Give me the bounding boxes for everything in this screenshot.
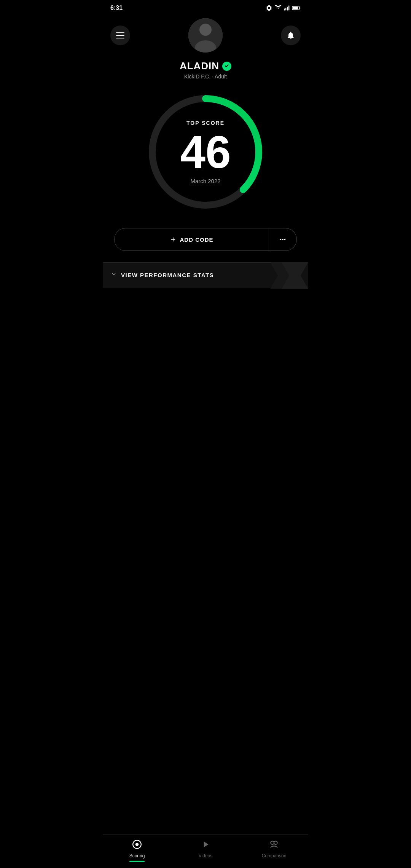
score-date: March 2022 xyxy=(180,178,231,184)
verified-badge xyxy=(222,62,231,71)
status-time: 6:31 xyxy=(110,5,123,11)
settings-icon xyxy=(266,5,272,11)
svg-rect-0 xyxy=(284,9,285,11)
plus-icon xyxy=(170,236,177,243)
comparison-icon-svg xyxy=(269,839,279,849)
svg-rect-2 xyxy=(287,7,288,11)
score-number: 46 xyxy=(180,129,231,175)
signal-icon xyxy=(284,5,290,11)
score-circle: TOP SCORE 46 March 2022 xyxy=(145,91,266,213)
svg-rect-5 xyxy=(293,7,298,10)
more-dots-icon xyxy=(279,235,287,244)
performance-section[interactable]: VIEW PERFORMANCE STATS xyxy=(103,262,308,288)
menu-button[interactable] xyxy=(110,26,130,45)
svg-rect-3 xyxy=(288,6,289,11)
add-code-button[interactable]: ADD CODE xyxy=(114,228,269,251)
svg-point-13 xyxy=(135,843,139,846)
svg-point-8 xyxy=(199,24,212,36)
header xyxy=(103,14,308,56)
score-section: TOP SCORE 46 March 2022 xyxy=(103,83,308,220)
username-row: ALADIN xyxy=(180,60,231,72)
scoring-icon xyxy=(132,839,142,852)
svg-rect-6 xyxy=(299,7,300,9)
chevron-down-icon xyxy=(110,271,117,279)
top-score-label: TOP SCORE xyxy=(180,120,231,126)
svg-marker-10 xyxy=(270,262,308,289)
nav-scoring-label: Scoring xyxy=(129,853,145,858)
arrow-decoration xyxy=(263,262,308,289)
verified-check-icon xyxy=(224,64,229,69)
avatar-image xyxy=(188,18,223,53)
score-content: TOP SCORE 46 March 2022 xyxy=(180,120,231,184)
username: ALADIN xyxy=(180,60,219,72)
more-button[interactable] xyxy=(269,228,297,251)
add-code-label: ADD CODE xyxy=(180,236,213,243)
avatar[interactable] xyxy=(188,18,223,53)
bell-icon xyxy=(286,31,295,40)
bottom-navigation: Scoring Videos Comparison xyxy=(103,834,308,868)
nav-comparison-label: Comparison xyxy=(262,853,287,858)
svg-rect-1 xyxy=(285,8,286,10)
svg-point-14 xyxy=(271,841,274,844)
nav-videos-label: Videos xyxy=(199,853,212,858)
menu-line-1 xyxy=(116,32,124,33)
avatar-container xyxy=(188,18,223,53)
nav-comparison[interactable]: Comparison xyxy=(240,835,308,868)
nav-scoring[interactable]: Scoring xyxy=(103,835,171,868)
svg-marker-11 xyxy=(282,262,308,289)
wifi-icon xyxy=(275,5,282,11)
performance-label: VIEW PERFORMANCE STATS xyxy=(121,272,214,278)
avatar-silhouette xyxy=(188,18,223,53)
status-icons xyxy=(266,5,301,11)
status-bar: 6:31 xyxy=(103,0,308,14)
chevron-icon-svg xyxy=(110,271,117,278)
videos-icon-svg xyxy=(201,839,210,849)
comparison-icon xyxy=(269,839,279,852)
menu-line-3 xyxy=(116,38,124,38)
battery-icon xyxy=(292,6,301,10)
action-buttons: ADD CODE xyxy=(103,220,308,258)
nav-videos[interactable]: Videos xyxy=(171,835,240,868)
scoring-icon-svg xyxy=(132,839,142,849)
notification-button[interactable] xyxy=(281,26,301,45)
profile-section: ALADIN KickID F.C. · Adult xyxy=(103,56,308,83)
performance-decorative-arrows xyxy=(263,262,308,288)
videos-icon xyxy=(201,839,210,852)
profile-subtitle: KickID F.C. · Adult xyxy=(184,73,227,80)
menu-line-2 xyxy=(116,35,124,36)
svg-point-15 xyxy=(274,841,277,844)
